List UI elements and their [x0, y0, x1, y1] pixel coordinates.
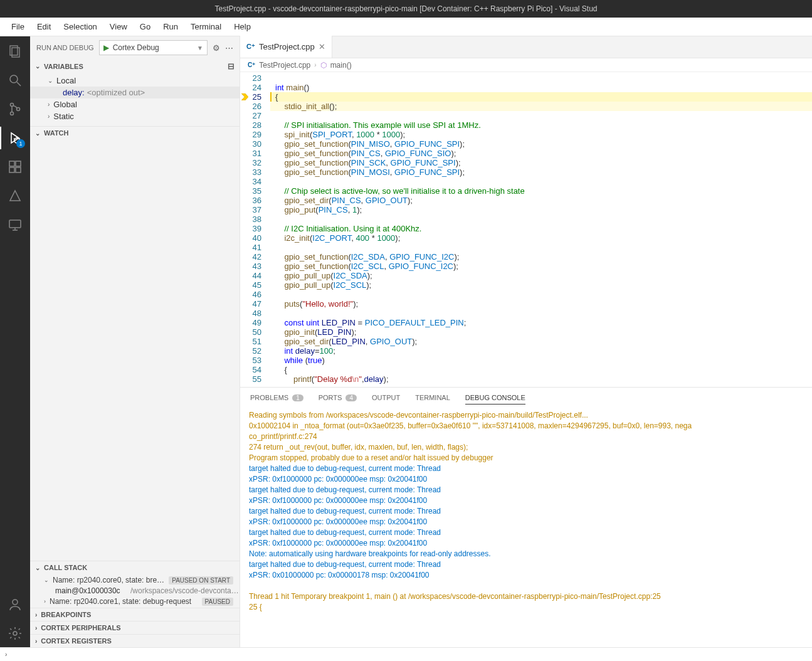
svg-line-10	[14, 139, 15, 139]
svg-rect-17	[9, 220, 21, 228]
menu-file[interactable]: File	[6, 19, 29, 34]
cortex-periph-label: CORTEX PERIPHERALS	[41, 624, 120, 632]
menu-go[interactable]: Go	[135, 19, 156, 34]
tab-label: DEBUG CONSOLE	[465, 394, 525, 401]
editor-tab[interactable]: C⁺ TestProject.cpp ✕	[240, 36, 332, 58]
svg-rect-1	[12, 48, 19, 57]
cpp-file-icon: C⁺	[248, 61, 255, 68]
tab-label: TERMINAL	[415, 394, 450, 401]
remote-icon[interactable]	[6, 216, 24, 233]
chevron-right-icon: ›	[35, 625, 37, 632]
watch-header[interactable]: ⌄ WATCH	[30, 126, 240, 139]
gear-icon[interactable]: ⚙	[213, 43, 220, 53]
console-line: Thread 1 hit Temporary breakpoint 1, mai…	[249, 591, 803, 602]
chevron-right-icon: ›	[48, 101, 50, 108]
chevron-down-icon: ▼	[197, 45, 203, 51]
var-scope-label: Global	[53, 100, 77, 109]
chevron-right-icon: ›	[44, 598, 46, 605]
play-icon: ▶	[103, 43, 109, 52]
cortex-peripherals-header[interactable]: › CORTEX PERIPHERALS	[30, 621, 240, 634]
frame-path: /workspaces/vscode-devcontai…	[130, 586, 240, 595]
tab-debug-console[interactable]: DEBUG CONSOLE	[465, 394, 525, 405]
code-content[interactable]: int main(){ stdio_init_all(); // SPI ini…	[270, 72, 812, 387]
tab-label: PORTS	[319, 394, 342, 401]
tab-terminal[interactable]: TERMINAL	[415, 394, 450, 401]
svg-point-20	[13, 600, 18, 605]
svg-rect-15	[16, 161, 21, 166]
var-scope-static[interactable]: ›Static	[30, 110, 240, 122]
menu-edit[interactable]: Edit	[32, 19, 56, 34]
callstack-frame-0[interactable]: main@0x1000030c /workspaces/vscode-devco…	[30, 586, 240, 595]
variables-header[interactable]: ⌄ VARIABLES ⊟	[30, 59, 240, 73]
var-scope-label: Static	[53, 112, 74, 121]
console-line: target halted due to debug-request, curr…	[249, 527, 803, 538]
breadcrumb[interactable]: C⁺ TestProject.cpp › ⬡ main()	[240, 58, 812, 72]
chevron-right-icon[interactable]: ›	[5, 651, 7, 658]
run-debug-title: RUN AND DEBUG	[36, 44, 94, 51]
debug-sidebar: RUN AND DEBUG ▶ Cortex Debug ▼ ⚙ ⋯ ⌄ VAR…	[30, 36, 240, 647]
var-value: <optimized out>	[87, 88, 145, 97]
chevron-right-icon: ›	[35, 638, 37, 645]
svg-point-5	[11, 112, 14, 115]
line-gutter: 2324252627282930313233343536373839404142…	[240, 72, 270, 387]
code-editor[interactable]: 2324252627282930313233343536373839404142…	[240, 72, 812, 387]
chevron-right-icon: ›	[314, 61, 316, 68]
menu-run[interactable]: Run	[158, 19, 183, 34]
paused-badge: PAUSED	[202, 598, 233, 606]
settings-icon[interactable]	[6, 625, 24, 642]
explorer-icon[interactable]	[6, 43, 24, 60]
more-icon[interactable]: ⋯	[225, 43, 233, 53]
cortex-registers-header[interactable]: › CORTEX REGISTERS	[30, 634, 240, 647]
cmake-icon[interactable]	[6, 187, 24, 204]
extensions-icon[interactable]	[6, 158, 24, 176]
account-icon[interactable]	[6, 596, 24, 613]
count-badge: 1	[292, 394, 303, 401]
svg-marker-16	[10, 191, 20, 201]
count-badge: 4	[345, 394, 357, 401]
chevron-down-icon: ⌄	[35, 63, 40, 70]
thread-label: Name: rp2040.core0, state: breakp…	[53, 576, 165, 584]
debug-badge: 1	[16, 139, 25, 148]
menu-selection[interactable]: Selection	[58, 19, 102, 34]
debug-console-output[interactable]: Reading symbols from /workspaces/vscode-…	[240, 408, 812, 647]
tab-problems[interactable]: PROBLEMS1	[250, 394, 303, 401]
source-control-icon[interactable]	[6, 100, 24, 118]
var-scope-global[interactable]: ›Global	[30, 98, 240, 110]
breadcrumb-function: main()	[330, 61, 352, 70]
debug-config-select[interactable]: ▶ Cortex Debug ▼	[99, 40, 208, 55]
close-icon[interactable]: ✕	[319, 42, 325, 51]
menu-view[interactable]: View	[105, 19, 132, 34]
callstack-thread-0[interactable]: ⌄ Name: rp2040.core0, state: breakp… PAU…	[30, 574, 240, 586]
callstack-header[interactable]: ⌄ CALL STACK	[30, 561, 240, 574]
watch-label: WATCH	[44, 129, 69, 137]
menu-terminal[interactable]: Terminal	[186, 19, 226, 34]
console-line: xPSR: 0xf1000000 pc: 0x000000ee msp: 0x2…	[249, 517, 803, 527]
run-debug-icon[interactable]: 1	[6, 129, 24, 147]
console-line: co_printf/printf.c:274	[249, 431, 803, 442]
console-line: 0x10002104 in _ntoa_format (out=0x3ae0f2…	[249, 421, 803, 431]
svg-point-2	[10, 75, 18, 83]
breakpoints-header[interactable]: › BREAKPOINTS	[30, 608, 240, 621]
collapse-icon[interactable]: ⊟	[228, 61, 235, 71]
menu-help[interactable]: Help	[229, 19, 256, 34]
tab-ports[interactable]: PORTS4	[319, 394, 357, 401]
callstack-thread-1[interactable]: › Name: rp2040.core1, state: debug-reque…	[30, 595, 240, 608]
console-line: 25 {	[249, 602, 803, 613]
tab-output[interactable]: OUTPUT	[372, 394, 400, 401]
console-line: 274 return _out_rev(out, buffer, idx, ma…	[249, 442, 803, 453]
svg-point-4	[11, 103, 14, 107]
svg-rect-14	[16, 167, 21, 172]
console-line: xPSR: 0x01000000 pc: 0x00000178 msp: 0x2…	[249, 570, 803, 581]
activity-bar: 1	[0, 36, 30, 647]
var-scope-local[interactable]: ⌄Local	[30, 75, 240, 87]
tab-label: OUTPUT	[372, 394, 400, 401]
chevron-down-icon: ⌄	[44, 577, 49, 583]
var-item-delay[interactable]: delay: <optimized out>	[30, 87, 240, 98]
debug-config-label: Cortex Debug	[113, 43, 159, 52]
console-line: Note: automatically using hardware break…	[249, 549, 803, 559]
svg-point-21	[13, 632, 17, 635]
window-title: TestProject.cpp - vscode-devcontainer-ra…	[0, 0, 812, 18]
menu-bar: FileEditSelectionViewGoRunTerminalHelp	[0, 18, 812, 36]
search-icon[interactable]	[6, 71, 24, 89]
breakpoints-label: BREAKPOINTS	[41, 611, 91, 618]
